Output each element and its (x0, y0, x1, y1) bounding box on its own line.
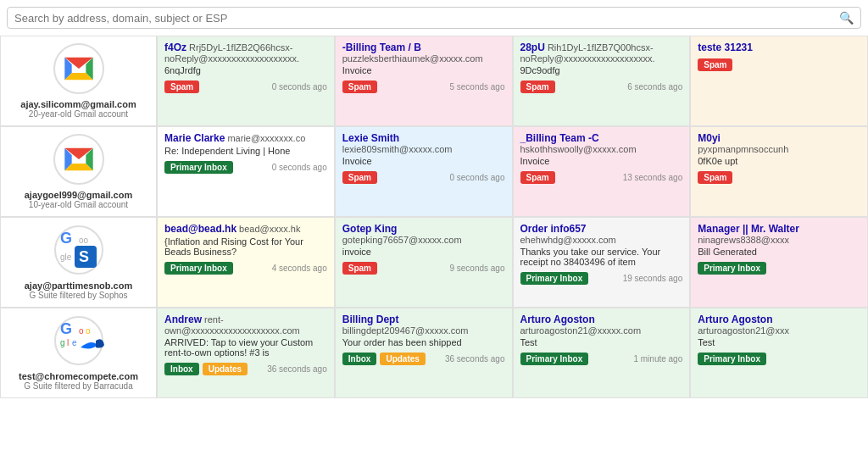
badge-primary: Primary Inbox (520, 353, 589, 365)
email-sender-line: f4Oz Rrj5DyL-1flZB2Q66hcsx- (164, 42, 327, 53)
email-rows: ajay.silicomm@gmail.com 20-year-old Gmai… (0, 36, 868, 398)
email-cell-0-2[interactable]: 28pU Rih1DyL-1flZB7Q00hcsx- noReply@xxxx… (513, 36, 691, 126)
badge-row: Spam (698, 58, 860, 71)
account-type: 10-year-old Gmail account (8, 200, 149, 209)
svg-text:g: g (60, 338, 65, 347)
badge-row: Primary Inbox 0 seconds ago (164, 161, 327, 174)
email-cell-2-0[interactable]: bead@bead.hk bead@xxxx.hk {Inflation and… (157, 217, 335, 308)
svg-text:oo: oo (79, 236, 89, 245)
sender-name[interactable]: Gotep King (342, 223, 398, 235)
email-cell-1-1[interactable]: Lexie Smith lexie809smith@xxxxx.com Invo… (335, 126, 513, 217)
sender-name[interactable]: Arturo Agoston (520, 314, 595, 325)
search-input[interactable] (14, 12, 839, 25)
email-subject: Test (520, 337, 683, 347)
sender-name[interactable]: teste 31231 (698, 42, 753, 53)
svg-text:S: S (79, 248, 89, 265)
emails-group-3: Andrew rent- own@xxxxxxxxxxxxxxxxxxx.com… (157, 308, 868, 398)
badge-row: Primary Inbox 1 minute ago (520, 353, 683, 365)
email-time: 5 seconds ago (449, 82, 504, 92)
email-cell-0-3[interactable]: teste 31231 Spam (690, 36, 868, 126)
email-subject: invoice (342, 247, 505, 257)
badge-inbox: Inbox (164, 363, 199, 375)
account-cell-1: ajaygoel999@gmail.com 10-year-old Gmail … (0, 126, 157, 217)
email-cell-3-3[interactable]: Arturo Agoston arturoagoston21@xxx Test … (690, 308, 868, 398)
sender-name[interactable]: Lexie Smith (342, 132, 399, 144)
emails-group-0: f4Oz Rrj5DyL-1flZB2Q66hcsx- noReply@xxxx… (157, 36, 868, 126)
badge-row: Spam 5 seconds ago (342, 81, 505, 93)
badge-spam: Spam (698, 171, 732, 184)
sender-name[interactable]: _Billing Team -C (520, 132, 599, 144)
email-address: noReply@xxxxxxxxxxxxxxxxxxx. (520, 53, 682, 64)
emails-group-1: Marie Clarke marie@xxxxxxx.co Re: Indepe… (157, 126, 868, 217)
sender-name[interactable]: f4Oz (164, 42, 186, 53)
account-type: 20-year-old Gmail account (8, 109, 149, 119)
svg-text:G: G (60, 230, 72, 247)
svg-text:gle: gle (60, 253, 72, 262)
email-time: 19 seconds ago (623, 274, 683, 283)
email-subject: Invoice (342, 65, 505, 75)
email-sender-line: teste 31231 (698, 42, 860, 53)
email-address: pyxpmanpmnsoccunh (698, 144, 859, 154)
email-cell-0-1[interactable]: -Billing Team / B puzzleksberthiaumek@xx… (335, 36, 513, 126)
sender-rest: Rih1DyL-1flZB7Q00hcsx- (545, 42, 654, 53)
email-sender-line: Marie Clarke marie@xxxxxxx.co (164, 132, 327, 144)
email-address: ninagrews8388@xxxx (698, 235, 859, 245)
badge-row: InboxUpdates36 seconds ago (164, 363, 327, 375)
sender-name[interactable]: Marie Clarke (164, 132, 225, 144)
sender-name[interactable]: Arturo Agoston (698, 314, 772, 325)
email-cell-3-1[interactable]: Billing Dept billingdept209467@xxxxx.com… (335, 308, 513, 398)
gmail-avatar (53, 43, 104, 94)
svg-text:o: o (86, 326, 91, 336)
badge-inbox: Inbox (342, 353, 377, 365)
email-time: 13 seconds ago (623, 173, 683, 182)
svg-text:o: o (79, 326, 84, 336)
emails-group-2: bead@bead.hk bead@xxxx.hk {Inflation and… (157, 217, 868, 308)
email-cell-3-2[interactable]: Arturo Agoston arturoagoston21@xxxxx.com… (513, 308, 691, 398)
search-icon: 🔍 (839, 11, 854, 25)
sender-name[interactable]: bead@bead.hk (164, 223, 236, 235)
email-time: 0 seconds ago (272, 82, 327, 92)
badge-primary: Primary Inbox (520, 272, 589, 285)
email-time: 9 seconds ago (449, 264, 504, 273)
sender-rest: Rrj5DyL-1flZB2Q66hcsx- (186, 42, 292, 53)
email-cell-0-0[interactable]: f4Oz Rrj5DyL-1flZB2Q66hcsx- noReply@xxxx… (157, 36, 335, 126)
email-subject: Thanks you take our service. Your receip… (520, 247, 683, 267)
email-subject: Bill Generated (698, 247, 860, 257)
sender-name[interactable]: Manager || Mr. Walter (698, 223, 799, 235)
sender-rest: bead@xxxx.hk (236, 224, 300, 234)
email-cell-2-3[interactable]: Manager || Mr. Walter ninagrews8388@xxxx… (690, 217, 868, 308)
email-cell-1-2[interactable]: _Billing Team -C hskothhswoolly@xxxxx.co… (513, 126, 691, 217)
email-time: 0 seconds ago (449, 173, 504, 182)
badge-row: Primary Inbox (698, 353, 860, 365)
sender-name[interactable]: -Billing Team / B (342, 42, 421, 53)
email-time: 4 seconds ago (272, 264, 327, 273)
search-bar[interactable]: 🔍 (7, 7, 861, 29)
email-time: 36 seconds ago (267, 364, 327, 374)
email-subject: {Inflation and Rising Cost for Your Bead… (164, 236, 327, 257)
badge-row: Spam 6 seconds ago (520, 81, 683, 93)
email-sender-line: Order info657 (520, 223, 683, 235)
email-time: 36 seconds ago (445, 354, 505, 364)
email-cell-1-3[interactable]: M0yi pyxpmanpmnsoccunh 0fK0e upt Spam (690, 126, 868, 217)
email-sender-line: bead@bead.hk bead@xxxx.hk (164, 223, 327, 235)
account-email: ajaygoel999@gmail.com (8, 190, 149, 200)
gsuite-avatar: G oo gle S (53, 225, 104, 275)
badge-spam: Spam (342, 171, 377, 184)
sender-name[interactable]: 28pU (520, 42, 545, 53)
email-address: lexie809smith@xxxxx.com (342, 144, 504, 154)
svg-text:G: G (60, 320, 72, 337)
email-sender-line: -Billing Team / B (342, 42, 505, 53)
email-sender-line: _Billing Team -C (520, 132, 683, 144)
sender-name[interactable]: Andrew (164, 314, 202, 325)
badge-spam: Spam (520, 171, 555, 184)
email-cell-2-1[interactable]: Gotep King gotepking76657@xxxxx.com invo… (335, 217, 513, 308)
email-cell-1-0[interactable]: Marie Clarke marie@xxxxxxx.co Re: Indepe… (157, 126, 335, 217)
sender-name[interactable]: Order info657 (520, 223, 587, 235)
email-cell-2-2[interactable]: Order info657 ehehwhdg@xxxxx.com Thanks … (513, 217, 691, 308)
badge-spam: Spam (342, 262, 377, 275)
email-cell-3-0[interactable]: Andrew rent- own@xxxxxxxxxxxxxxxxxxx.com… (157, 308, 335, 398)
email-subject: Re: Independent Living | Hone (164, 146, 327, 156)
sender-name[interactable]: Billing Dept (342, 314, 399, 325)
email-sender-line: M0yi (698, 132, 860, 144)
sender-name[interactable]: M0yi (698, 132, 721, 144)
